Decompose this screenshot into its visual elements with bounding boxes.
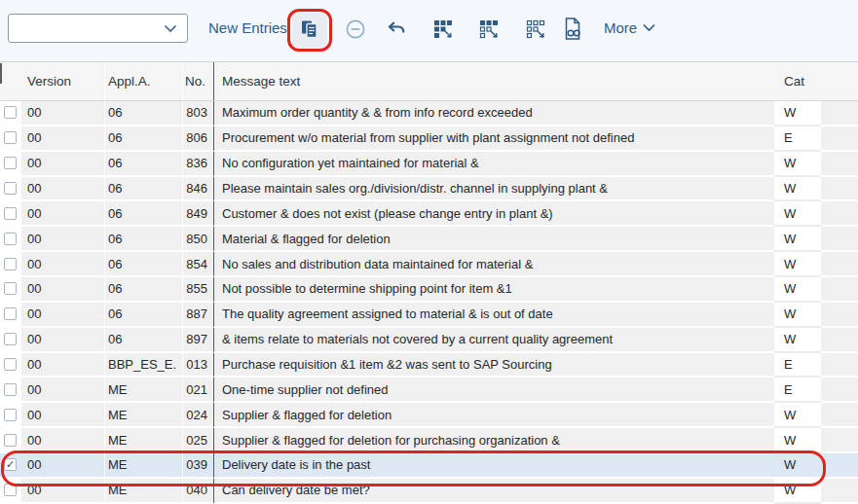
cell-version[interactable]: 00	[21, 227, 105, 252]
cell-number[interactable]: 854	[183, 252, 213, 277]
cell-number[interactable]: 803	[183, 101, 213, 126]
cell-version[interactable]: 00	[21, 453, 105, 479]
table-row[interactable]: 00 06 846 Please maintain sales org./div…	[0, 177, 858, 202]
checkbox-icon[interactable]	[4, 258, 17, 270]
table-row[interactable]: ✓ 00 ME 039 Delivery date is in the past…	[0, 453, 858, 479]
header-select-column[interactable]	[0, 62, 21, 100]
checkbox-icon[interactable]	[4, 233, 17, 245]
checkbox-icon[interactable]: ✓	[4, 458, 17, 471]
cell-category[interactable]: W	[774, 479, 821, 504]
cell-appl-area[interactable]: ME	[105, 403, 183, 428]
cell-message-text[interactable]: Delivery date is in the past	[213, 453, 774, 479]
cell-version[interactable]: 00	[21, 428, 105, 453]
checkbox-icon[interactable]	[4, 333, 17, 345]
cell-message-text[interactable]: Material & flagged for deletion	[213, 227, 774, 252]
cell-category[interactable]: E	[774, 353, 821, 378]
new-entries-button[interactable]: New Entries	[208, 19, 287, 36]
checkbox-icon[interactable]	[4, 282, 17, 295]
row-select-cell[interactable]	[0, 403, 21, 428]
cell-message-text[interactable]: Customer & does not exist (please change…	[213, 201, 774, 227]
cell-category[interactable]: W	[774, 177, 821, 202]
cell-message-text[interactable]: Please maintain sales org./division/dist…	[213, 177, 774, 202]
table-row[interactable]: 00 06 854 No sales and distribution data…	[0, 252, 858, 277]
row-select-cell[interactable]	[0, 227, 21, 252]
cell-number[interactable]: 806	[183, 126, 213, 152]
cell-message-text[interactable]: No sales and distribution data maintaine…	[213, 252, 774, 277]
cell-message-text[interactable]: Not possible to determine shipping point…	[213, 277, 774, 303]
cell-appl-area[interactable]: ME	[105, 479, 183, 504]
table-row[interactable]: 00 06 897 & items relate to materials no…	[0, 328, 858, 353]
row-select-cell[interactable]	[0, 328, 21, 353]
table-row[interactable]: 00 ME 024 Supplier & flagged for deletio…	[0, 403, 858, 428]
cell-appl-area[interactable]: 06	[105, 126, 183, 152]
cell-message-text[interactable]: One-time supplier not defined	[213, 378, 774, 403]
cell-appl-area[interactable]: ME	[105, 428, 183, 453]
cell-message-text[interactable]: Can delivery date be met?	[213, 479, 774, 504]
row-select-cell[interactable]	[0, 101, 21, 126]
cell-message-text[interactable]: & items relate to materials not covered …	[213, 328, 774, 353]
checkbox-icon[interactable]	[4, 409, 17, 421]
cell-version[interactable]: 00	[21, 403, 105, 428]
cell-number[interactable]: 021	[183, 378, 213, 403]
cell-category[interactable]: E	[774, 126, 821, 152]
checkbox-icon[interactable]	[4, 131, 17, 144]
cell-category[interactable]: W	[774, 252, 821, 277]
cell-message-text[interactable]: Procurement w/o material from supplier w…	[213, 126, 774, 152]
cell-number[interactable]: 836	[183, 152, 213, 177]
row-select-cell[interactable]	[0, 303, 21, 328]
row-select-cell[interactable]	[0, 378, 21, 403]
checkbox-icon[interactable]	[4, 157, 17, 169]
cell-category[interactable]: W	[774, 152, 821, 177]
cell-version[interactable]: 00	[21, 126, 105, 152]
cell-category[interactable]: W	[774, 201, 821, 227]
cell-number[interactable]: 013	[183, 353, 213, 378]
table-row[interactable]: 00 BBP_ES_E. 013 Purchase requisition &1…	[0, 353, 858, 378]
row-select-cell[interactable]: ✓	[0, 453, 21, 479]
cell-number[interactable]: 024	[183, 403, 213, 428]
row-select-cell[interactable]	[0, 428, 21, 453]
cell-version[interactable]: 00	[21, 303, 105, 328]
cell-appl-area[interactable]: 06	[105, 201, 183, 227]
cell-version[interactable]: 00	[21, 328, 105, 353]
row-select-cell[interactable]	[0, 152, 21, 177]
select-all-button[interactable]	[432, 18, 454, 40]
cell-category[interactable]: W	[774, 303, 821, 328]
cell-version[interactable]: 00	[21, 201, 105, 227]
cell-appl-area[interactable]: 06	[105, 303, 183, 328]
cell-number[interactable]: 850	[183, 227, 213, 252]
cell-appl-area[interactable]: 06	[105, 227, 183, 252]
view-combobox[interactable]	[8, 14, 188, 43]
display-button[interactable]	[562, 17, 583, 42]
cell-message-text[interactable]: No configuration yet maintained for mate…	[213, 152, 774, 177]
header-number[interactable]: No.	[183, 62, 213, 100]
more-button[interactable]: More	[604, 19, 655, 36]
cell-version[interactable]: 00	[21, 378, 105, 403]
header-version[interactable]: Version	[21, 62, 105, 100]
checkbox-icon[interactable]	[4, 307, 17, 320]
cell-appl-area[interactable]: ME	[105, 378, 183, 403]
select-block-button[interactable]	[478, 18, 500, 40]
cell-number[interactable]: 849	[183, 201, 213, 227]
cell-version[interactable]: 00	[21, 277, 105, 303]
table-row[interactable]: 00 ME 021 One-time supplier not defined …	[0, 378, 858, 403]
checkbox-icon[interactable]	[4, 434, 17, 447]
table-row[interactable]: 00 06 806 Procurement w/o material from …	[0, 126, 858, 152]
cell-appl-area[interactable]: 06	[105, 101, 183, 126]
header-category[interactable]: Cat	[774, 62, 821, 100]
checkbox-icon[interactable]	[4, 207, 17, 220]
cell-message-text[interactable]: Maximum order quantity & & from info rec…	[213, 101, 774, 126]
cell-category[interactable]: E	[774, 378, 821, 403]
row-select-cell[interactable]	[0, 277, 21, 303]
row-select-cell[interactable]	[0, 479, 21, 504]
table-row[interactable]: 00 06 803 Maximum order quantity & & fro…	[0, 101, 858, 126]
cell-number[interactable]: 025	[183, 428, 213, 453]
table-row[interactable]: 00 06 855 Not possible to determine ship…	[0, 277, 858, 303]
header-appl-area[interactable]: Appl.A.	[105, 62, 183, 100]
cell-number[interactable]: 897	[183, 328, 213, 353]
cell-number[interactable]: 039	[183, 453, 213, 479]
cell-message-text[interactable]: Supplier & flagged for deletion for purc…	[213, 428, 774, 453]
cell-version[interactable]: 00	[21, 479, 105, 504]
row-select-cell[interactable]	[0, 177, 21, 202]
cell-category[interactable]: W	[774, 227, 821, 252]
table-row[interactable]: 00 ME 025 Supplier & flagged for deletio…	[0, 428, 858, 453]
